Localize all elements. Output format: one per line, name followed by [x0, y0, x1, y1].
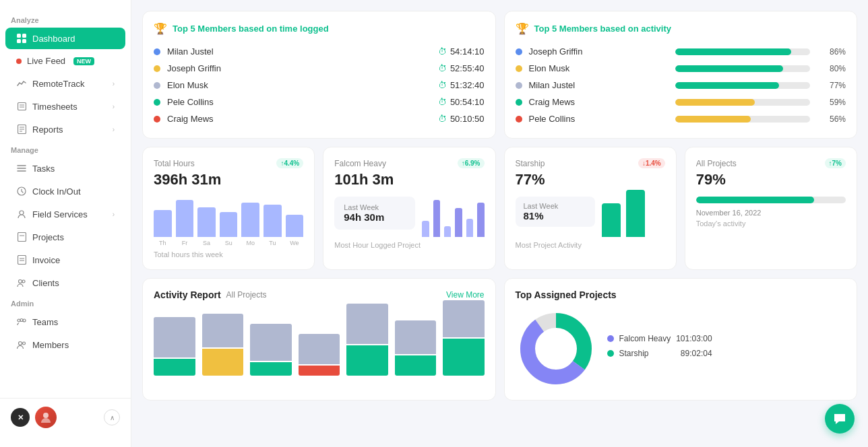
- bar-label: Tu: [264, 240, 282, 246]
- sidebar-item-tasks[interactable]: Tasks: [5, 158, 125, 179]
- chat-fab-button[interactable]: [825, 404, 855, 434]
- act-bar-top: [154, 317, 195, 357]
- bar-label: Th: [154, 240, 172, 246]
- legend-name: Falcom Heavy: [619, 334, 671, 343]
- progress-fill: [675, 65, 783, 72]
- act-bar-bottom: [395, 355, 437, 376]
- act-bar-bottom: [250, 362, 292, 376]
- total-hours-value: 396h 31m: [154, 171, 303, 188]
- all-projects-date: November 16, 2022: [696, 209, 846, 217]
- sidebar-item-remotetrack[interactable]: RemoteTrack ›: [5, 73, 125, 94]
- member-name: Elon Musk: [167, 80, 431, 90]
- chevron-right-icon2: ›: [113, 103, 115, 110]
- clients-label: Clients: [32, 278, 59, 288]
- total-hours-bar-labels: ThFrSaSuMoTuWe: [154, 240, 303, 246]
- svg-point-28: [43, 413, 49, 418]
- falcom-value: 101h 3m: [334, 171, 484, 188]
- view-more-button[interactable]: View More: [446, 290, 484, 300]
- svg-point-32: [536, 329, 576, 369]
- sidebar-item-invoice[interactable]: Invoice: [5, 249, 125, 271]
- timesheets-icon: [16, 101, 27, 112]
- chevron-right-icon3: ›: [113, 126, 115, 133]
- member-pct: 86%: [822, 47, 846, 57]
- svg-point-24: [23, 319, 26, 322]
- members-label: Members: [32, 340, 69, 350]
- sidebar-item-livefeed[interactable]: Live Feed NEW: [5, 50, 125, 71]
- activity-col: [202, 314, 244, 376]
- activity-col: [154, 317, 195, 376]
- svg-point-22: [22, 280, 25, 283]
- sidebar-item-fieldservices[interactable]: Field Services ›: [5, 203, 125, 225]
- all-projects-progress-bar: [696, 197, 846, 203]
- sidebar-item-clients[interactable]: Clients: [5, 272, 125, 294]
- fieldservices-icon: [16, 209, 27, 219]
- svg-rect-1: [22, 34, 26, 38]
- falcom-lastweek-box: Last Week 94h 30m: [334, 197, 415, 230]
- manage-section-label: Manage: [0, 141, 131, 157]
- member-time: ⏱ 50:54:10: [438, 97, 485, 107]
- bar-label: Fr: [176, 240, 194, 246]
- sidebar: Analyze Dashboard Live Feed NEW RemoteTr…: [0, 0, 131, 447]
- time-member-row: Craig Mews ⏱ 50:10:50: [154, 110, 485, 127]
- member-name: Joseph Griffin: [167, 63, 431, 73]
- all-projects-card: All Projects ↑7% 79% November 16, 2022 T…: [685, 147, 857, 270]
- time-member-row: Pele Collins ⏱ 50:54:10: [154, 94, 485, 110]
- bar: [241, 203, 259, 237]
- falcom-card: Falcom Heavy ↑6.9% 101h 3m Last Week 94h…: [323, 147, 495, 270]
- sidebar-item-clockinout[interactable]: Clock In/Out: [5, 180, 125, 202]
- reports-icon: [16, 124, 27, 135]
- sidebar-item-teams[interactable]: Teams: [5, 311, 125, 333]
- sidebar-item-members[interactable]: Members: [5, 334, 125, 355]
- sidebar-item-projects[interactable]: Projects: [5, 226, 125, 248]
- member-name: Milan Justel: [167, 46, 431, 57]
- member-dot: [516, 116, 522, 123]
- collapse-button[interactable]: ∧: [104, 409, 120, 425]
- legend-time: 89:02:04: [681, 349, 712, 358]
- live-dot: [16, 59, 22, 64]
- act-bar-top: [202, 314, 244, 347]
- sidebar-item-reports[interactable]: Reports ›: [5, 118, 125, 140]
- member-dot: [154, 116, 160, 123]
- x-button[interactable]: ✕: [11, 408, 30, 427]
- legend-time: 101:03:00: [676, 334, 712, 343]
- progress-bar: [675, 82, 810, 89]
- clients-icon: [16, 277, 27, 288]
- new-badge: NEW: [73, 57, 94, 65]
- time-member-row: Elon Musk ⏱ 51:32:40: [154, 77, 485, 94]
- sidebar-item-timesheets[interactable]: Timesheets ›: [5, 96, 125, 117]
- top-time-card: 🏆 Top 5 Members based on time logged Mil…: [142, 11, 496, 139]
- svg-rect-16: [18, 233, 26, 242]
- chevron-right-icon: ›: [113, 80, 115, 88]
- all-projects-progress-fill: [696, 197, 815, 203]
- starship-sublabel: Most Project Activity: [516, 241, 665, 249]
- svg-point-25: [20, 319, 23, 322]
- starship-bar: [602, 203, 621, 237]
- remotetrack-icon: [16, 78, 27, 89]
- svg-rect-4: [18, 103, 26, 110]
- top-projects-card: Top Assigned Projects: [504, 278, 858, 401]
- trophy-icon: 🏆: [154, 22, 167, 35]
- member-dot: [154, 48, 160, 55]
- user-avatar[interactable]: [35, 407, 57, 428]
- activity-col: [250, 324, 292, 376]
- chevron-right-icon4: ›: [113, 211, 115, 218]
- projects-label: Projects: [32, 232, 64, 242]
- total-hours-header: Total Hours ↑4.4%: [154, 158, 303, 168]
- member-time: ⏱ 51:32:40: [438, 80, 485, 90]
- projects-icon: [16, 232, 27, 242]
- activity-report-header: Activity Report All Projects View More: [154, 289, 485, 300]
- progress-bar: [675, 99, 810, 106]
- sidebar-item-dashboard[interactable]: Dashboard: [5, 28, 125, 49]
- legend-item: Starship 89:02:04: [607, 349, 712, 358]
- member-name: Milan Justel: [529, 80, 664, 90]
- clock-icon: ⏱: [438, 80, 447, 90]
- bar: [286, 215, 304, 237]
- total-hours-sublabel: Total hours this week: [154, 250, 303, 259]
- bottom-row: Activity Report All Projects View More T…: [142, 278, 857, 401]
- member-time: ⏱ 52:55:40: [438, 63, 485, 73]
- clock-icon: ⏱: [438, 97, 447, 107]
- top-activity-title-row: 🏆 Top 5 Members based on activity: [516, 22, 846, 35]
- donut-chart: [516, 308, 596, 389]
- clock-sidebar-icon: [16, 186, 27, 197]
- member-name: Pele Collins: [167, 97, 431, 107]
